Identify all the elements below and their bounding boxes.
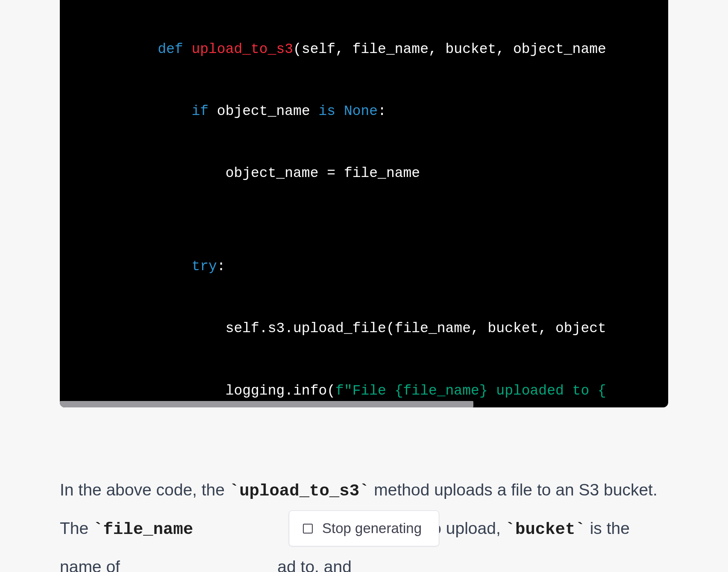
code-token: (self, file_name, bucket, object_name: [293, 41, 606, 57]
code-line: object_name = file_name: [60, 158, 668, 189]
code-token: try: [191, 259, 217, 274]
code-content[interactable]: def upload_to_s3(self, file_name, bucket…: [60, 0, 668, 407]
code-token: self.s3.upload_file(file_name, bucket, o…: [226, 321, 606, 336]
inline-code: `file_name: [93, 520, 193, 539]
horizontal-scrollbar[interactable]: [60, 401, 473, 407]
code-line: self.s3.upload_file(file_name, bucket, o…: [60, 313, 668, 345]
code-token: :: [378, 103, 386, 119]
inline-code: `upload_to_s3`: [229, 482, 370, 501]
text-segment: ad to, and: [277, 557, 351, 572]
code-token: logging.info(: [226, 383, 335, 399]
text-segment: In the above code, the: [60, 481, 229, 499]
stop-button-label: Stop generating: [322, 520, 422, 537]
stop-generating-button[interactable]: Stop generating: [289, 510, 439, 546]
code-token: upload_to_s3: [191, 41, 293, 57]
code-line: if object_name is None:: [60, 96, 668, 127]
code-block: def upload_to_s3(self, file_name, bucket…: [60, 0, 668, 407]
code-token: None: [344, 103, 378, 119]
code-token: :: [217, 259, 226, 274]
code-line: try:: [60, 251, 668, 283]
stop-icon: [303, 524, 313, 534]
code-line: def upload_to_s3(self, file_name, bucket…: [60, 34, 668, 65]
code-token: [335, 103, 344, 119]
code-token: object_name: [208, 103, 318, 119]
text-segment: [125, 557, 278, 572]
code-token: def: [158, 41, 191, 57]
code-token: is: [319, 103, 336, 119]
inline-code: `bucket`: [505, 520, 585, 539]
code-token: f"File {file_name} uploaded to {: [335, 383, 606, 399]
code-token: if: [191, 103, 208, 119]
code-token: object_name = file_name: [226, 165, 420, 181]
